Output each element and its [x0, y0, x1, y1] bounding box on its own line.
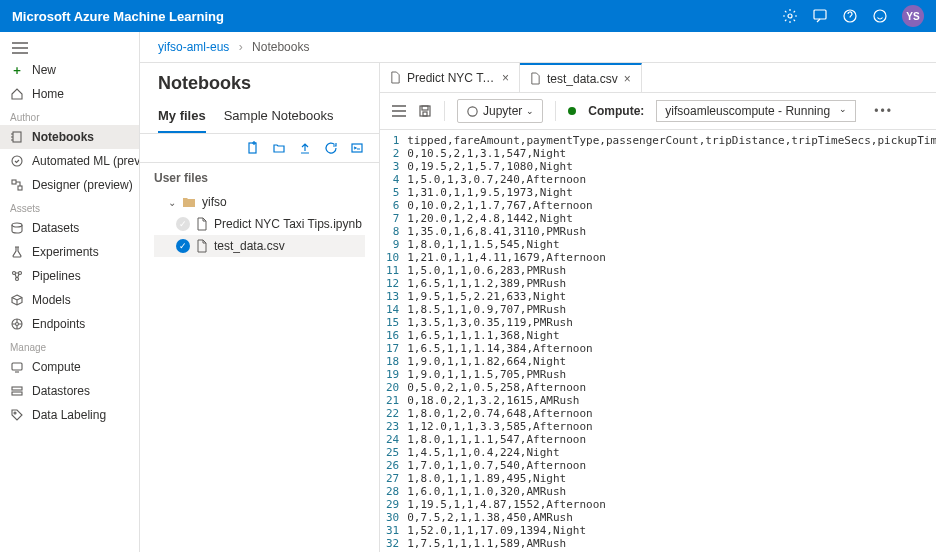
sidebar-item-pipelines[interactable]: Pipelines: [0, 264, 139, 288]
smiley-icon[interactable]: [872, 8, 888, 24]
compute-select[interactable]: yifsoamleuscompute - Running ⌄: [656, 100, 856, 122]
tab-label: Predict NYC Taxi Tips: [407, 71, 496, 85]
svg-rect-18: [249, 143, 256, 153]
chevron-down-icon: ⌄: [168, 197, 176, 208]
topbar: Microsoft Azure Machine Learning YS: [0, 0, 936, 32]
hamburger-icon[interactable]: [0, 38, 139, 58]
sidebar-section-manage: Manage: [0, 336, 139, 355]
home-icon: [10, 87, 24, 101]
code-area[interactable]: 1234567891011121314151617181920212223242…: [380, 130, 936, 552]
sidebar-item-datalabeling[interactable]: Data Labeling: [0, 403, 139, 427]
sidebar-item-label: New: [32, 63, 56, 77]
sidebar-item-endpoints[interactable]: Endpoints: [0, 312, 139, 336]
file-tabs: My files Sample Notebooks: [140, 100, 379, 134]
topbar-actions: YS: [782, 5, 924, 27]
sidebar-item-label: Models: [32, 293, 71, 307]
editor-tab[interactable]: test_data.csv ×: [520, 63, 642, 92]
menu-icon[interactable]: [392, 105, 406, 117]
tree-file[interactable]: ✓ Predict NYC Taxi Tips.ipynb: [154, 213, 365, 235]
jupyter-label: Jupyter: [483, 104, 522, 118]
sidebar-item-new[interactable]: ＋New: [0, 58, 139, 82]
user-files: User files ⌄ yifso ✓ Predict NYC Taxi Ti…: [140, 163, 379, 265]
breadcrumb-current: Notebooks: [252, 40, 309, 54]
tree-folder[interactable]: ⌄ yifso: [154, 191, 365, 213]
new-folder-icon[interactable]: [271, 140, 287, 156]
editor-panel: Predict NYC Taxi Tips × test_data.csv ×: [380, 63, 936, 552]
feedback-icon[interactable]: [812, 8, 828, 24]
jupyter-dropdown[interactable]: Jupyter ⌄: [457, 99, 543, 123]
new-file-icon[interactable]: [245, 140, 261, 156]
sidebar-item-compute[interactable]: Compute: [0, 355, 139, 379]
file-label: Predict NYC Taxi Tips.ipynb: [214, 217, 362, 231]
gear-icon[interactable]: [782, 8, 798, 24]
close-icon[interactable]: ×: [624, 72, 631, 86]
breadcrumb-workspace[interactable]: yifso-aml-eus: [158, 40, 229, 54]
status-icon: ✓: [176, 217, 190, 231]
designer-icon: [10, 178, 24, 192]
sidebar-item-label: Notebooks: [32, 130, 94, 144]
file-icon: [390, 71, 401, 84]
status-dot-icon: [568, 107, 576, 115]
chevron-down-icon: ⌄: [839, 104, 847, 118]
tag-icon: [10, 408, 24, 422]
line-gutter: 1234567891011121314151617181920212223242…: [380, 130, 407, 552]
sidebar-section-author: Author: [0, 106, 139, 125]
sidebar-item-datastores[interactable]: Datastores: [0, 379, 139, 403]
folder-icon: [182, 196, 196, 208]
svg-point-23: [468, 106, 477, 115]
editor-tab[interactable]: Predict NYC Taxi Tips ×: [380, 63, 520, 92]
file-icon: [196, 217, 208, 231]
sidebar-item-datasets[interactable]: Datasets: [0, 216, 139, 240]
close-icon[interactable]: ×: [502, 71, 509, 85]
file-icon: [196, 239, 208, 253]
sidebar-item-experiments[interactable]: Experiments: [0, 240, 139, 264]
editor-toolbar: Jupyter ⌄ Compute: yifsoamleuscompute - …: [380, 93, 936, 130]
automl-icon: [10, 154, 24, 168]
svg-point-5: [12, 156, 22, 166]
svg-rect-22: [423, 112, 427, 116]
terminal-icon[interactable]: [349, 140, 365, 156]
sidebar-item-label: Compute: [32, 360, 81, 374]
avatar[interactable]: YS: [902, 5, 924, 27]
sidebar: ＋New Home Author Notebooks Automated ML …: [0, 32, 140, 552]
tree-file[interactable]: ✓ test_data.csv: [154, 235, 365, 257]
user-files-header: User files: [154, 171, 365, 185]
chevron-down-icon: ⌄: [526, 106, 534, 116]
sidebar-item-models[interactable]: Models: [0, 288, 139, 312]
svg-point-0: [788, 14, 792, 18]
page-title: Notebooks: [140, 63, 379, 100]
sidebar-item-label: Datasets: [32, 221, 79, 235]
compute-label: Compute:: [588, 104, 644, 118]
sidebar-item-home[interactable]: Home: [0, 82, 139, 106]
folder-label: yifso: [202, 195, 227, 209]
tab-myfiles[interactable]: My files: [158, 100, 206, 133]
files-panel: Notebooks My files Sample Notebooks User…: [140, 63, 380, 552]
pipeline-icon: [10, 269, 24, 283]
editor-tabs: Predict NYC Taxi Tips × test_data.csv ×: [380, 63, 936, 93]
save-icon[interactable]: [418, 104, 432, 118]
endpoints-icon: [10, 317, 24, 331]
svg-rect-21: [422, 106, 428, 110]
refresh-icon[interactable]: [323, 140, 339, 156]
svg-rect-4: [13, 132, 21, 142]
more-icon[interactable]: •••: [868, 104, 899, 118]
svg-point-3: [874, 10, 886, 22]
flask-icon: [10, 245, 24, 259]
app-title: Microsoft Azure Machine Learning: [12, 9, 224, 24]
sidebar-item-automl[interactable]: Automated ML (preview): [0, 149, 139, 173]
tab-samples[interactable]: Sample Notebooks: [224, 100, 334, 133]
tab-label: test_data.csv: [547, 72, 618, 86]
notebook-icon: [10, 130, 24, 144]
breadcrumb: yifso-aml-eus › Notebooks: [140, 32, 936, 63]
plus-icon: ＋: [10, 63, 24, 77]
help-icon[interactable]: [842, 8, 858, 24]
sidebar-item-notebooks[interactable]: Notebooks: [0, 125, 139, 149]
svg-point-8: [12, 223, 22, 227]
sidebar-item-label: Designer (preview): [32, 178, 133, 192]
sidebar-item-designer[interactable]: Designer (preview): [0, 173, 139, 197]
upload-icon[interactable]: [297, 140, 313, 156]
file-toolbar: [140, 134, 379, 163]
sidebar-item-label: Automated ML (preview): [32, 154, 140, 168]
compute-icon: [10, 360, 24, 374]
code-content[interactable]: tipped,fareAmount,paymentType,passengerC…: [407, 130, 936, 552]
